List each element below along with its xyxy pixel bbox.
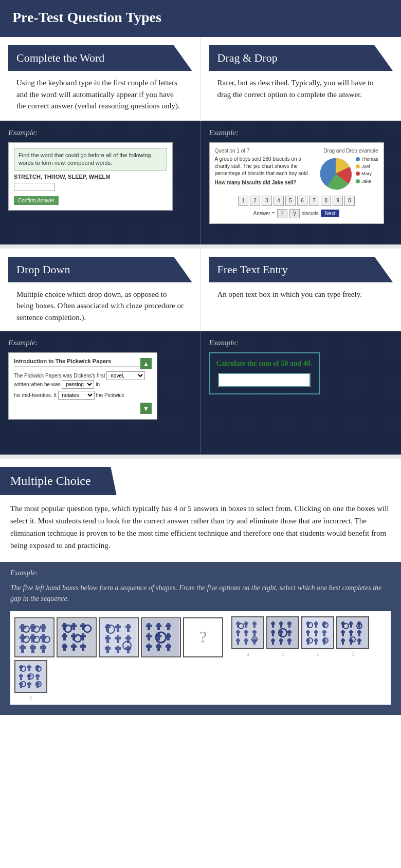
dnd-description: Rarer, but as described. Typically, you …	[209, 77, 393, 108]
answer-option-b[interactable]: b	[266, 616, 299, 658]
svg-rect-70	[146, 625, 152, 627]
svg-rect-33	[62, 635, 67, 637]
fte-question: Calculate the sum of 50 and 40.	[216, 360, 313, 368]
answer-label-d: d	[351, 650, 354, 658]
example-row-2: Example: Introduction to The Pickwick Pa…	[0, 331, 401, 455]
svg-rect-113	[279, 622, 283, 625]
svg-rect-139	[314, 631, 318, 633]
dd-title: Introduction to The Pickwick Papers	[14, 358, 140, 367]
svg-rect-119	[279, 631, 283, 633]
shape-svg-2	[58, 619, 95, 656]
fte-answer-input[interactable]	[218, 373, 311, 387]
ctw-answer-input[interactable]	[14, 183, 55, 191]
svg-rect-94	[252, 622, 257, 625]
svg-rect-121	[287, 631, 291, 633]
dd-up-arrow[interactable]: ▲	[140, 358, 152, 369]
section-divider-1	[0, 244, 401, 249]
svg-rect-72	[156, 625, 161, 627]
dnd-answer-box-1[interactable]: ?	[277, 209, 287, 218]
complete-the-word-col: Complete the Word Using the keyboard typ…	[0, 37, 201, 120]
mc-heading: Multiple Choice	[0, 467, 117, 495]
ctw-description: Using the keyboard type in the first cou…	[8, 77, 192, 120]
svg-rect-92	[244, 622, 248, 625]
svg-rect-61	[105, 647, 111, 650]
fte-example-label: Example:	[209, 338, 239, 347]
dd-passage-2: his mid-twenties. It notates draws descr…	[14, 391, 152, 400]
mc-example-label: Example:	[10, 569, 391, 577]
svg-rect-123	[271, 639, 275, 641]
ctw-confirm-button[interactable]: Confirm Answer	[14, 196, 59, 205]
ctw-input-row	[14, 183, 167, 192]
svg-rect-111	[271, 622, 275, 625]
fte-example-card: Calculate the sum of 50 and 40.	[209, 352, 320, 394]
svg-rect-55	[105, 637, 111, 639]
answer-option-c[interactable]: c	[301, 616, 334, 658]
dnd-header: Question 1 of 7 Drag and Drop example	[215, 148, 378, 154]
svg-rect-82	[146, 645, 152, 648]
ctw-heading: Complete the Word	[8, 45, 192, 71]
multiple-choice-section: Multiple Choice The most popular questio…	[0, 459, 401, 562]
answer-option-d[interactable]: d	[336, 616, 369, 658]
dd-down-arrow[interactable]: ▼	[140, 403, 152, 414]
svg-rect-145	[314, 639, 318, 641]
section-row-1: Complete the Word Using the keyboard typ…	[0, 37, 401, 121]
shape-svg-1	[16, 619, 53, 656]
shape-box-gap: ?	[183, 617, 223, 657]
svg-rect-178	[27, 666, 31, 668]
dd-dropdown-3[interactable]: notates draws describes	[58, 391, 95, 400]
dd-dropdown-1[interactable]: novel, memory, revelation,	[106, 371, 145, 380]
answer-option-a[interactable]: a	[231, 616, 264, 658]
svg-rect-115	[287, 622, 291, 625]
section-row-2: Drop Down Multiple choice which drop dow…	[0, 249, 401, 332]
shape-box-1	[14, 617, 54, 657]
svg-rect-15	[20, 646, 26, 649]
dnd-heading: Drag & Drop	[209, 45, 393, 71]
dnd-answer-box-2[interactable]: ?	[289, 209, 300, 218]
svg-rect-41	[71, 645, 77, 648]
svg-rect-104	[244, 639, 248, 641]
svg-rect-39	[62, 645, 67, 648]
answer-label-a: a	[247, 650, 249, 658]
mc-example-area: Example: The five left hand boxes below …	[0, 562, 401, 715]
dd-example-area: Example: Introduction to The Pickwick Pa…	[0, 331, 201, 455]
svg-rect-160	[341, 631, 345, 633]
dd-passage: The Pickwick Papers was Dickens's first …	[14, 371, 152, 389]
page-header: Pre-Test Question Types	[0, 0, 401, 37]
shape-svg-4	[142, 619, 179, 656]
svg-rect-7	[40, 626, 46, 629]
answer-label-e: e	[29, 694, 32, 702]
svg-rect-164	[357, 631, 361, 633]
ctw-example-card: Find the word that could go before all o…	[8, 142, 173, 211]
dd-example-card: Introduction to The Pickwick Papers ▲ Th…	[8, 352, 157, 420]
dnd-example-area: Example: Question 1 of 7 Drag and Drop e…	[201, 121, 402, 244]
ctw-example-label: Example:	[8, 128, 192, 137]
svg-rect-190	[27, 683, 31, 685]
svg-rect-98	[244, 631, 248, 633]
svg-rect-102	[236, 639, 240, 641]
dnd-legend: Thomas Joel Mary Jake	[356, 156, 378, 192]
shape-box-2	[57, 617, 97, 657]
svg-rect-84	[156, 645, 161, 648]
shape-box-3	[99, 617, 139, 657]
mc-description: The most popular question type, which ty…	[0, 495, 401, 562]
svg-rect-53	[125, 626, 131, 628]
svg-rect-162	[349, 631, 353, 633]
dnd-content: A group of boys sold 280 biscuits on a c…	[215, 156, 378, 192]
ctw-prompt: Find the word that could go before all o…	[14, 148, 167, 171]
shape-divider: |	[226, 631, 228, 643]
fte-heading: Free Text Entry	[209, 257, 393, 282]
svg-rect-117	[271, 631, 275, 633]
dd-dropdown-2[interactable]: passing only later	[62, 380, 94, 389]
mc-heading-wrap: Multiple Choice	[0, 459, 401, 495]
shape-svg-3	[100, 619, 137, 656]
svg-rect-59	[125, 637, 131, 639]
svg-rect-17	[30, 646, 36, 649]
dnd-next-button[interactable]: Next	[321, 210, 340, 217]
example-row-1: Example: Find the word that could go bef…	[0, 121, 401, 244]
dd-example-label: Example:	[8, 338, 192, 347]
dd-heading: Drop Down	[8, 257, 192, 282]
dnd-answer-row: Answer = ? ? biscuits Next	[215, 209, 378, 218]
svg-rect-133	[314, 622, 318, 625]
svg-rect-182	[19, 675, 23, 677]
answer-option-e[interactable]: e	[14, 660, 47, 702]
